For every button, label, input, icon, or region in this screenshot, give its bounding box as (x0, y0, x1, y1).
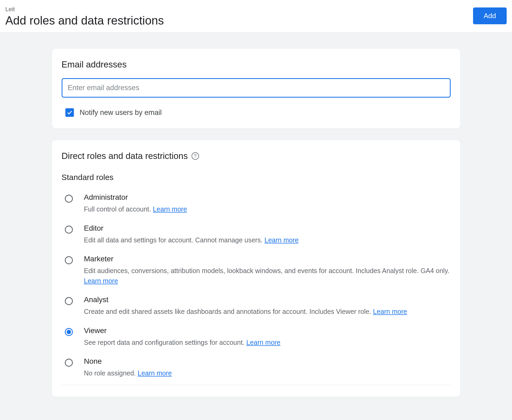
radio-viewer[interactable] (65, 328, 73, 336)
role-description-text: Full control of account. (84, 205, 153, 213)
role-list: Administrator Full control of account. L… (62, 188, 451, 385)
role-item-viewer[interactable]: Viewer See report data and configuration… (62, 322, 451, 353)
header-left: Leit Add roles and data restrictions (5, 6, 164, 27)
roles-section-title: Direct roles and data restrictions (62, 151, 188, 161)
add-button[interactable]: Add (473, 7, 507, 24)
role-description-text: Create and edit shared assets like dashb… (84, 308, 373, 315)
role-title: Editor (84, 224, 451, 233)
breadcrumb: Leit (5, 6, 164, 13)
page-header: Leit Add roles and data restrictions Add (0, 0, 512, 33)
standard-roles-title: Standard roles (62, 173, 451, 182)
email-section-title: Email addresses (62, 59, 451, 70)
role-desc: Edit all data and settings for account. … (84, 235, 451, 245)
roles-section-title-row: Direct roles and data restrictions ? (62, 151, 451, 161)
role-desc: Create and edit shared assets like dashb… (84, 307, 451, 317)
role-item-marketer[interactable]: Marketer Edit audiences, conversions, at… (62, 250, 451, 291)
roles-card: Direct roles and data restrictions ? Sta… (52, 140, 460, 397)
radio-administrator[interactable] (65, 195, 73, 203)
radio-marketer[interactable] (65, 256, 73, 264)
learn-more-link[interactable]: Learn more (153, 205, 187, 213)
learn-more-link[interactable]: Learn more (246, 339, 280, 346)
role-item-editor[interactable]: Editor Edit all data and settings for ac… (62, 219, 451, 250)
help-icon[interactable]: ? (192, 152, 199, 160)
page-title: Add roles and data restrictions (5, 14, 164, 27)
email-input[interactable] (62, 78, 451, 98)
role-title: Viewer (84, 326, 451, 335)
role-text: None No role assigned. Learn more (84, 357, 451, 378)
learn-more-link[interactable]: Learn more (84, 277, 118, 285)
role-description-text: No role assigned. (84, 369, 138, 377)
role-description-text: See report data and configuration settin… (84, 339, 247, 346)
role-description-text: Edit audiences, conversions, attribution… (84, 267, 450, 274)
radio-editor[interactable] (65, 226, 73, 234)
role-desc: Full control of account. Learn more (84, 204, 451, 214)
email-card: Email addresses Notify new users by emai… (52, 49, 460, 129)
learn-more-link[interactable]: Learn more (138, 369, 172, 377)
notify-row: Notify new users by email (62, 108, 451, 117)
role-title: Administrator (84, 193, 451, 202)
notify-label: Notify new users by email (80, 109, 162, 117)
role-text: Editor Edit all data and settings for ac… (84, 224, 451, 245)
role-text: Marketer Edit audiences, conversions, at… (84, 255, 451, 286)
role-text: Viewer See report data and configuration… (84, 326, 451, 348)
role-item-none[interactable]: None No role assigned. Learn more (62, 352, 451, 385)
notify-checkbox[interactable] (65, 108, 74, 117)
check-icon (67, 110, 73, 115)
role-title: Marketer (84, 255, 451, 263)
role-text: Analyst Create and edit shared assets li… (84, 295, 451, 317)
role-desc: No role assigned. Learn more (84, 368, 451, 378)
learn-more-link[interactable]: Learn more (373, 308, 407, 315)
radio-none[interactable] (65, 359, 73, 367)
role-description-text: Edit all data and settings for account. … (84, 236, 265, 244)
role-title: Analyst (84, 295, 451, 304)
role-text: Administrator Full control of account. L… (84, 193, 451, 214)
content: Email addresses Notify new users by emai… (47, 49, 466, 397)
role-desc: See report data and configuration settin… (84, 338, 451, 348)
role-desc: Edit audiences, conversions, attribution… (84, 266, 451, 286)
role-title: None (84, 357, 451, 366)
role-item-analyst[interactable]: Analyst Create and edit shared assets li… (62, 291, 451, 322)
role-item-administrator[interactable]: Administrator Full control of account. L… (62, 188, 451, 219)
radio-analyst[interactable] (65, 297, 73, 305)
learn-more-link[interactable]: Learn more (264, 236, 299, 244)
